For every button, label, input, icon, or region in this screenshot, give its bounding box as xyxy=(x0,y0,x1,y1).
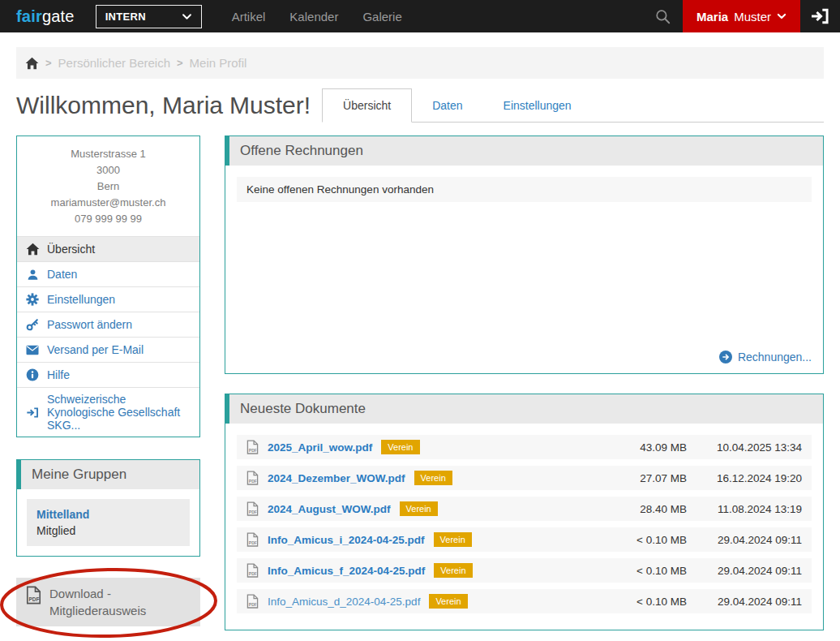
documents-list: PDF 2025_April_wow.pdf Verein 43.09 MB 1… xyxy=(225,424,823,620)
document-link[interactable]: 2024_Dezember_WOW.pdf xyxy=(268,472,405,484)
sidebar-item-hilfe[interactable]: Hilfe xyxy=(17,362,199,387)
pdf-icon: PDF xyxy=(246,501,259,516)
nav-link-galerie[interactable]: Galerie xyxy=(350,10,414,24)
sidebar-item-uebersicht[interactable]: Übersicht xyxy=(17,236,199,261)
title-row: Willkommen, MariaMuster! Übersicht Daten… xyxy=(16,88,824,123)
sidebar-item-versand-per-email[interactable]: Versand per E-Mail xyxy=(17,337,199,362)
invoices-link-label: Rechnungen... xyxy=(738,351,812,364)
breadcrumb: > Persönlicher Bereich > Mein Profil xyxy=(16,47,824,79)
document-link[interactable]: Info_Amicus_f_2024-04-25.pdf xyxy=(268,565,425,577)
sidebar-item-einstellungen[interactable]: Einstellungen xyxy=(17,286,199,312)
open-invoices-panel: Offene Rechnungen Keine offenen Rechnung… xyxy=(225,136,824,374)
pdf-icon: PDF xyxy=(246,471,259,485)
document-link[interactable]: Info_Amicus_d_2024-04-25.pdf xyxy=(268,596,420,608)
download-membership-card-wrapper: PDF Download - Mitgliederausweis xyxy=(16,578,200,626)
main-area: Offene Rechnungen Keine offenen Rechnung… xyxy=(225,136,824,630)
sign-in-icon xyxy=(25,407,40,419)
logout-button[interactable] xyxy=(800,7,840,25)
svg-text:PDF: PDF xyxy=(249,479,257,484)
document-row: PDF Info_Amicus_d_2024-04-25.pdf Verein … xyxy=(237,589,812,613)
breadcrumb-my-profile[interactable]: Mein Profil xyxy=(190,56,247,70)
address-email: mariamuster@muster.ch xyxy=(24,195,193,211)
address-phone: 079 999 99 99 xyxy=(24,211,193,227)
svg-text:PDF: PDF xyxy=(249,448,257,453)
logo-part-gate: gate xyxy=(42,7,75,25)
document-link[interactable]: Info_Amicus_i_2024-04-25.pdf xyxy=(268,534,425,546)
document-row: PDF Info_Amicus_i_2024-04-25.pdf Verein … xyxy=(237,527,812,552)
address-zip: 3000 xyxy=(24,162,193,179)
newest-documents-panel: Neueste Dokumente PDF 2025_April_wow.pdf… xyxy=(225,394,824,630)
svg-text:PDF: PDF xyxy=(249,571,257,576)
gear-icon xyxy=(25,293,40,306)
tab-daten[interactable]: Daten xyxy=(412,89,482,122)
document-row: PDF 2024_Dezember_WOW.pdf Verein 27.07 M… xyxy=(237,466,812,490)
info-icon xyxy=(25,368,40,381)
home-icon[interactable] xyxy=(25,57,39,70)
chevron-down-icon xyxy=(777,11,786,21)
site-select-dropdown[interactable]: INTERN xyxy=(96,5,202,28)
sidebar-item-label: Übersicht xyxy=(47,243,95,256)
document-size: < 0.10 MB xyxy=(589,534,687,546)
document-badge: Verein xyxy=(381,440,419,454)
document-badge: Verein xyxy=(434,532,472,547)
invoices-link[interactable]: Rechnungen... xyxy=(225,341,823,373)
document-badge: Verein xyxy=(414,471,452,485)
document-date: 29.04.2024 09:11 xyxy=(687,565,802,577)
nav-link-kalender[interactable]: Kalender xyxy=(277,10,350,24)
breadcrumb-separator: > xyxy=(45,57,52,69)
pdf-icon: PDF xyxy=(246,563,259,578)
nav-link-artikel[interactable]: Artikel xyxy=(220,10,278,24)
user-first-name: Maria xyxy=(696,10,728,24)
welcome-text: Willkommen, Maria xyxy=(16,92,223,118)
my-groups-panel: Meine Gruppen Mittelland Mitglied xyxy=(16,459,200,557)
svg-text:PDF: PDF xyxy=(249,602,257,607)
open-invoices-title: Offene Rechnungen xyxy=(225,136,823,166)
top-navbar: fairgate INTERN Artikel Kalender Galerie… xyxy=(0,0,840,32)
group-role: Mitglied xyxy=(36,523,180,539)
svg-text:PDF: PDF xyxy=(29,596,40,602)
address-block: Musterstrasse 1 3000 Bern mariamuster@mu… xyxy=(17,136,199,236)
envelope-icon xyxy=(25,345,40,355)
document-date: 10.04.2025 13:34 xyxy=(687,441,802,454)
user-last-name: Muster xyxy=(734,10,771,24)
document-date: 16.12.2024 19:20 xyxy=(687,472,802,484)
search-button[interactable] xyxy=(643,9,683,24)
no-invoices-message: Keine offenen Rechnungen vorhanden xyxy=(237,177,812,202)
tab-einstellungen[interactable]: Einstellungen xyxy=(483,89,592,122)
svg-text:PDF: PDF xyxy=(249,540,257,545)
fairgate-logo[interactable]: fairgate xyxy=(16,7,75,26)
tab-uebersicht[interactable]: Übersicht xyxy=(322,88,412,123)
breadcrumb-personal-area[interactable]: Persönlicher Bereich xyxy=(58,56,170,70)
sidebar-item-label: Daten xyxy=(47,268,77,281)
arrow-circle-right-icon xyxy=(719,351,732,364)
document-row: PDF Info_Amicus_f_2024-04-25.pdf Verein … xyxy=(237,558,812,583)
pdf-icon: PDF xyxy=(246,532,259,547)
sidebar-item-daten[interactable]: Daten xyxy=(17,261,199,286)
sidebar-item-passwort-aendern[interactable]: Passwort ändern xyxy=(17,312,199,337)
open-invoices-body: Keine offenen Rechnungen vorhanden xyxy=(225,166,823,202)
svg-text:PDF: PDF xyxy=(249,510,257,514)
document-badge: Verein xyxy=(429,594,467,609)
group-name-link[interactable]: Mittelland xyxy=(36,506,180,523)
document-size: 27.07 MB xyxy=(589,472,687,484)
document-size: < 0.10 MB xyxy=(589,565,687,577)
sidebar-item-label: Hilfe xyxy=(47,368,70,381)
welcome-name: Muster! xyxy=(229,92,311,118)
main-nav: Artikel Kalender Galerie xyxy=(220,10,414,24)
my-groups-title: Meine Gruppen xyxy=(17,460,199,489)
document-date: 29.04.2024 09:11 xyxy=(687,596,802,608)
content: Musterstrasse 1 3000 Bern mariamuster@mu… xyxy=(16,136,824,630)
sidebar-item-skg[interactable]: Schweizerische Kynologische Gesellschaft… xyxy=(17,387,199,437)
document-badge: Verein xyxy=(434,563,472,578)
document-date: 11.08.2024 13:19 xyxy=(687,503,802,515)
pdf-icon: PDF xyxy=(246,594,259,609)
sidebar-item-label: Einstellungen xyxy=(47,293,115,306)
download-button-label: Download - Mitgliederausweis xyxy=(49,585,191,619)
user-menu-button[interactable]: Maria Muster xyxy=(683,0,800,32)
document-link[interactable]: 2025_April_wow.pdf xyxy=(268,441,372,454)
group-card: Mittelland Mitglied xyxy=(27,499,190,546)
pdf-icon: PDF xyxy=(26,586,41,604)
download-membership-card-button[interactable]: PDF Download - Mitgliederausweis xyxy=(16,578,200,626)
profile-box: Musterstrasse 1 3000 Bern mariamuster@mu… xyxy=(16,136,200,437)
document-link[interactable]: 2024_August_WOW.pdf xyxy=(268,503,391,515)
